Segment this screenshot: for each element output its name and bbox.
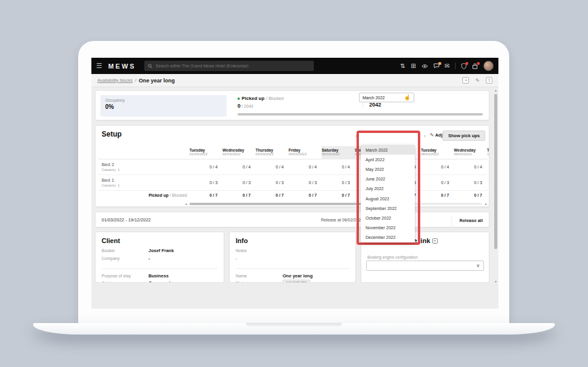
availability-cell: 0 / 7 <box>189 191 222 201</box>
month-select[interactable]: March 2022 ☝ <box>359 93 414 102</box>
availability-cell: 0 / 3 <box>454 175 487 190</box>
chat-badge <box>438 62 441 65</box>
company-value: - <box>149 256 150 261</box>
month-option[interactable]: September 2022 <box>361 203 415 213</box>
month-option[interactable]: May 2022 <box>361 164 415 174</box>
scroll-right-icon[interactable]: ► <box>485 202 488 206</box>
setup-title: Setup <box>102 130 121 138</box>
availability-cell: 0 / 3 <box>487 175 489 190</box>
occupancy-progress-bar <box>237 113 483 116</box>
horizontal-scrollbar[interactable]: ◄ ► <box>98 202 488 206</box>
company-label: Company <box>102 256 120 261</box>
month-option[interactable]: April 2022 <box>361 155 415 164</box>
space-capacity: Capacity: 1 <box>102 184 120 187</box>
cursor-hand-icon: ☝ <box>404 94 411 100</box>
picked-up-total: / 2042 <box>240 104 253 108</box>
footer-picked-up-label: Picked up <box>149 193 168 197</box>
divider <box>102 268 218 269</box>
space-name: Bed 2 <box>102 162 114 167</box>
mews-logo: MEWS <box>108 63 136 70</box>
scroll-up-icon[interactable]: ▲ <box>494 88 498 92</box>
notes-label: Notes <box>236 248 247 253</box>
month-option[interactable]: June 2022 <box>361 174 415 184</box>
add-window-icon[interactable]: ⊞ <box>411 63 415 69</box>
availability-cell: 0 / 3 <box>256 175 289 190</box>
green-dot-icon <box>237 97 240 100</box>
occupancy-label: Occupancy <box>105 98 222 102</box>
booker-label: Booker <box>102 248 115 253</box>
next-month-chevron-icon[interactable]: › <box>424 133 426 139</box>
column-header: Friday04/03/2022 <box>289 146 322 159</box>
content-bottom-strip <box>91 283 498 309</box>
chevron-down-icon: ∨ <box>476 263 480 268</box>
month-option[interactable]: December 2022 <box>361 233 415 242</box>
column-header: Tuesday08/03/2022 <box>421 146 454 159</box>
availability-cell: 0 / 4 <box>454 159 487 174</box>
notifications-icon[interactable] <box>461 63 467 69</box>
info-card: Info Notes - Name One year long State CO… <box>229 232 356 283</box>
avatar[interactable] <box>483 61 494 71</box>
month-option[interactable]: March 2022 <box>361 145 415 155</box>
breadcrumb-parent-link[interactable]: Availability blocks <box>97 78 133 83</box>
column-header: Wednesday02/03/2022 <box>222 146 256 159</box>
main-content: Occupancy 0% Picked up / Blocked 0 / 204… <box>91 87 498 309</box>
occupancy-value: 0% <box>105 103 222 110</box>
edit-icon[interactable]: ✎ <box>475 78 480 84</box>
marketplace-icon[interactable] <box>472 63 478 69</box>
show-pickups-button[interactable]: Show pick ups <box>443 131 485 141</box>
availability-cell: 0 / 3 <box>189 175 222 190</box>
release-bar: 01/03/2022 - 19/12/2022 Release at 06/02… <box>95 212 489 227</box>
booking-config-select[interactable]: ∨ <box>366 261 484 271</box>
month-option[interactable]: July 2022 <box>361 184 415 194</box>
marketplace-badge <box>477 62 480 65</box>
release-all-button[interactable]: Release all <box>452 217 483 231</box>
menu-icon[interactable]: ☰ <box>96 62 102 70</box>
column-header: Tuesday01/03/2022 <box>189 146 222 159</box>
occupancy-box: Occupancy 0% <box>100 95 227 117</box>
month-select-value: March 2022 <box>363 96 385 100</box>
month-option[interactable]: August 2022 <box>361 194 415 203</box>
scroll-down-icon[interactable]: ▼ <box>494 280 498 283</box>
month-option[interactable]: October 2022 <box>361 213 415 223</box>
purpose-label: Purpose of stay <box>102 274 131 278</box>
availability-cell: 0 / 4 <box>256 159 289 174</box>
page-title: One year long <box>139 78 175 84</box>
eye-icon[interactable] <box>421 64 428 69</box>
help-icon[interactable]: ? <box>432 238 438 244</box>
available-value: 2042 <box>369 102 385 108</box>
table-footer-row: Picked up / Blocked 0 / 70 / 70 / 70 / 7… <box>98 191 488 201</box>
prev-month-chevron-icon[interactable]: ‹ <box>355 133 357 139</box>
availability-cell: 0 / 4 <box>322 159 355 174</box>
chat-icon[interactable] <box>433 63 439 69</box>
mail-icon[interactable]: ✉ <box>445 63 450 69</box>
column-header: Saturday05/03/2022 <box>322 146 355 159</box>
availability-cell: 0 / 4 <box>421 159 454 174</box>
help-icon[interactable]: ? <box>486 77 492 84</box>
availability-cell: 0 / 7 <box>322 191 355 201</box>
horizontal-scroll-thumb[interactable] <box>189 203 388 205</box>
add-icon[interactable]: + <box>462 77 469 84</box>
divider <box>236 268 349 269</box>
vertical-scrollbar[interactable]: ▲ ▼ <box>494 88 498 283</box>
month-dropdown-panel: March 2022April 2022May 2022June 2022Jul… <box>361 145 415 242</box>
app-screen: ☰ MEWS ⇅ ⊞ ✉ <box>91 58 498 309</box>
availability-cell: 0 / 7 <box>289 191 322 201</box>
search-input[interactable] <box>156 64 310 68</box>
search-icon <box>148 64 153 69</box>
occupancy-card: Occupancy 0% Picked up / Blocked 0 / 204… <box>95 90 489 120</box>
availability-cell: 0 / 4 <box>289 159 322 174</box>
laptop-mockup-stage: ☰ MEWS ⇅ ⊞ ✉ <box>0 0 588 367</box>
notifications-badge <box>465 62 468 65</box>
global-search[interactable] <box>144 61 314 71</box>
table-row: Bed 2 Capacity: 1 0 / 40 / 40 / 40 / 40 … <box>98 159 488 175</box>
notes-value: - <box>236 256 237 261</box>
swap-arrows-icon[interactable]: ⇅ <box>400 63 405 69</box>
scroll-left-icon[interactable]: ◄ <box>185 202 188 206</box>
availability-cell: 0 / 7 <box>256 191 289 201</box>
availability-cell: 0 / 7 <box>421 191 454 201</box>
space-capacity: Capacity: 1 <box>102 168 120 171</box>
vertical-scroll-thumb[interactable] <box>494 94 497 249</box>
availability-cell: 0 / 7 <box>222 191 256 201</box>
topbar-divider <box>455 63 456 69</box>
month-option[interactable]: November 2022 <box>361 223 415 233</box>
